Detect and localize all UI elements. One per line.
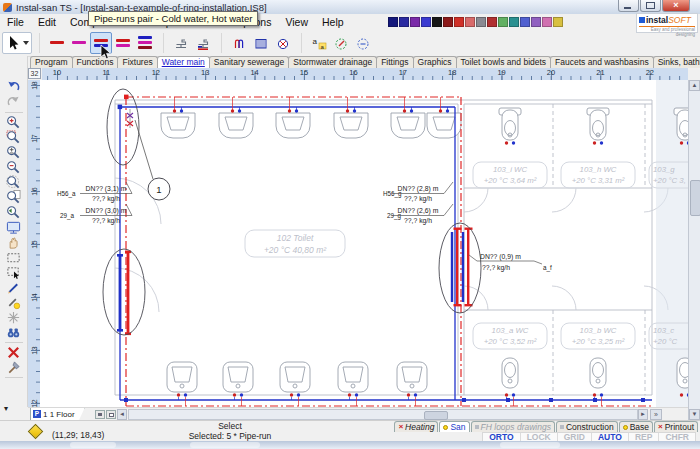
drawing-area[interactable]: 102 Toilet +20 °C 40,80 m² 103_i WC +20 … — [40, 80, 688, 407]
pane-split-button[interactable]: » — [650, 409, 662, 420]
ruler-number: 11 — [100, 68, 112, 77]
scroll-down-icon[interactable]: ▼ — [689, 409, 700, 420]
palette-swatch[interactable] — [476, 17, 486, 27]
palette-swatch[interactable] — [520, 17, 530, 27]
disconnect-icon[interactable] — [6, 310, 21, 325]
module-tab-fh-loops-drawings[interactable]: FH loops drawings — [471, 421, 555, 432]
pipe-hot-water[interactable] — [126, 97, 652, 406]
horizontal-scrollbar[interactable] — [128, 409, 638, 420]
menu-file[interactable]: File — [0, 16, 31, 28]
highlight-icon[interactable] — [6, 295, 21, 310]
vertical-scrollbar[interactable]: ▲ ▼ — [688, 80, 700, 420]
riser-right-selected[interactable] — [451, 228, 473, 307]
zoom-previous-icon[interactable] — [6, 205, 21, 220]
tab-graphics[interactable]: Graphics — [413, 56, 457, 68]
zoom-window-icon[interactable] — [6, 130, 21, 145]
svg-text:+20 °C 3,52 m²: +20 °C 3,52 m² — [484, 337, 537, 346]
module-tab-printout[interactable]: ×Printout — [654, 421, 698, 432]
drawing-canvas[interactable]: 102 Toilet +20 °C 40,80 m² 103_i WC +20 … — [40, 80, 688, 407]
tab-fixtures[interactable]: Fixtures — [117, 56, 157, 68]
module-tab-construction[interactable]: Construction — [556, 421, 618, 432]
chevron-down-icon[interactable] — [23, 41, 29, 45]
area-button[interactable] — [352, 32, 374, 54]
palette-swatch[interactable] — [465, 17, 475, 27]
draw-off-pair-button[interactable] — [192, 32, 214, 54]
palette-swatch[interactable] — [531, 17, 541, 27]
palette-swatch[interactable] — [443, 17, 453, 27]
more-icon[interactable]: ▾ — [4, 404, 8, 413]
pipe-run-circulation-button[interactable] — [68, 32, 90, 54]
pan-icon[interactable] — [6, 235, 21, 250]
palette-swatch[interactable] — [498, 17, 508, 27]
urinals[interactable] — [167, 362, 427, 392]
maximize-button[interactable] — [640, 0, 661, 12]
washbasins[interactable] — [161, 113, 461, 138]
select-element-icon[interactable] — [6, 265, 21, 280]
find-icon[interactable] — [6, 325, 21, 340]
svg-text:103_c: 103_c — [653, 326, 674, 335]
pipe-runs-triple-button[interactable] — [134, 32, 156, 54]
radiator-button[interactable] — [250, 32, 272, 54]
delete-icon[interactable] — [6, 345, 21, 360]
palette-swatch[interactable] — [509, 17, 519, 27]
pipe-run-hot-water-button[interactable] — [46, 32, 68, 54]
zoom-in-icon[interactable] — [6, 115, 21, 130]
ruler-number: 22 — [644, 68, 656, 77]
zoom-factor-icon[interactable] — [6, 145, 21, 160]
tab-fittings[interactable]: Fittings — [376, 56, 413, 68]
vertical-scroll-thumb[interactable] — [690, 180, 700, 216]
palette-swatch[interactable] — [388, 17, 398, 27]
close-x-icon: × — [658, 423, 663, 431]
tab-water-main[interactable]: Water main — [157, 56, 210, 68]
tab-program[interactable]: Program — [30, 56, 73, 68]
scroll-left-icon[interactable]: ◄ — [117, 409, 127, 420]
scroll-up-icon[interactable]: ▲ — [689, 80, 700, 91]
select-tool-button[interactable] — [2, 32, 32, 54]
descriptions-button[interactable]: aa — [308, 32, 330, 54]
zoom-extents-icon[interactable] — [6, 175, 21, 190]
draw-line-icon[interactable] — [6, 280, 21, 295]
palette-swatch[interactable] — [542, 17, 552, 27]
module-tab-san[interactable]: San — [439, 421, 469, 432]
sheet-add-button[interactable] — [106, 410, 116, 419]
module-tab-heating[interactable]: ×Heating — [394, 421, 438, 432]
draw-off-point-button[interactable] — [170, 32, 192, 54]
redo-icon[interactable] — [6, 95, 21, 110]
close-button[interactable]: × — [662, 0, 690, 12]
tab-stormwater-drainage[interactable]: Stormwater drainage — [288, 56, 377, 68]
svg-text:DN?? (0,9) m: DN?? (0,9) m — [480, 253, 521, 261]
module-tab-base[interactable]: Base — [619, 421, 653, 432]
edit-area-button[interactable] — [330, 32, 352, 54]
fit-to-screen-icon[interactable] — [6, 220, 21, 235]
tab-toilet-bowls-and-bidets[interactable]: Toilet bowls and bidets — [456, 56, 552, 68]
mixing-valve-button[interactable] — [272, 32, 294, 54]
palette-swatch[interactable] — [432, 17, 442, 27]
scroll-right-icon[interactable]: ► — [638, 409, 648, 420]
ruler-number: 14 — [30, 292, 39, 304]
tab-faucets-and-washbasins[interactable]: Faucets and washbasins — [550, 56, 654, 68]
menu-help[interactable]: Help — [315, 16, 351, 28]
sheet-list-button[interactable] — [95, 410, 105, 419]
tab-sinks-bathtubs-and-showers[interactable]: Sinks, bathtubs and showers — [653, 56, 700, 68]
undo-icon[interactable] — [6, 80, 21, 95]
pipe-runs-pair-hot-circ-button[interactable] — [112, 32, 134, 54]
cut-icon[interactable] — [6, 360, 21, 375]
heater-coil-button[interactable] — [228, 32, 250, 54]
minimize-button[interactable] — [618, 0, 639, 12]
palette-swatch[interactable] — [399, 17, 409, 27]
zoom-out-icon[interactable] — [6, 160, 21, 175]
menu-edit[interactable]: Edit — [31, 16, 63, 28]
palette-swatch[interactable] — [487, 17, 497, 27]
instalsoft-logo: instalSOFT Easy and professional designi… — [636, 13, 698, 33]
palette-swatch[interactable] — [553, 17, 563, 27]
palette-swatch[interactable] — [454, 17, 464, 27]
palette-swatch[interactable] — [421, 17, 431, 27]
zoom-page-icon[interactable] — [6, 190, 21, 205]
menu-view[interactable]: View — [278, 16, 315, 28]
riser-left-selected[interactable] — [117, 251, 131, 336]
horizontal-scroll-thumb[interactable] — [424, 411, 448, 420]
select-area-icon[interactable] — [6, 250, 21, 265]
tab-sanitary-sewerage[interactable]: Sanitary sewerage — [209, 56, 289, 68]
pipe-cold-water[interactable] — [120, 107, 652, 400]
palette-swatch[interactable] — [410, 17, 420, 27]
